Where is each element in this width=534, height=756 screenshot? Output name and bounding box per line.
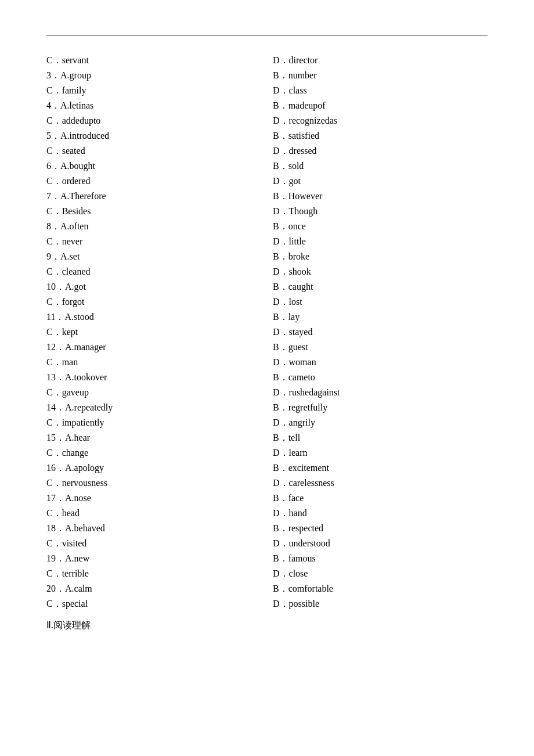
left-item: C．change bbox=[46, 445, 267, 460]
left-item: 14．A.repeatedly bbox=[46, 400, 267, 415]
right-item: D．dressed bbox=[267, 143, 488, 159]
right-item: B．cameto bbox=[267, 370, 488, 385]
left-item: C．impatiently bbox=[46, 415, 267, 430]
right-item: B．lay bbox=[267, 309, 488, 325]
right-text: B．broke bbox=[273, 251, 309, 261]
table-row: 13．A.tookoverB．cameto bbox=[46, 370, 488, 385]
right-text: B．madeupof bbox=[273, 100, 326, 110]
left-text: C．seated bbox=[46, 146, 85, 156]
left-text: C．change bbox=[46, 448, 88, 458]
right-text: D．lost bbox=[273, 297, 302, 307]
right-text: D．possible bbox=[273, 599, 319, 609]
left-text: 18．A.behaved bbox=[46, 523, 105, 533]
left-item: C．terrible bbox=[46, 566, 267, 581]
left-item: 10．A.got bbox=[46, 279, 267, 294]
left-text: 6．A.bought bbox=[46, 161, 95, 171]
table-row: 20．A.calmB．comfortable bbox=[46, 581, 488, 596]
left-item: C．cleaned bbox=[46, 264, 267, 279]
table-row: 6．A.boughtB．sold bbox=[46, 159, 488, 174]
right-text: D．class bbox=[273, 85, 307, 95]
left-text: 20．A.calm bbox=[46, 584, 92, 593]
right-item: D．class bbox=[267, 83, 488, 98]
left-item: C．addedupto bbox=[46, 113, 267, 128]
right-text: B．respected bbox=[273, 523, 323, 533]
table-row: C．manD．woman bbox=[46, 355, 488, 370]
right-text: D．rushedagainst bbox=[273, 387, 340, 397]
left-item: C．never bbox=[46, 234, 267, 249]
right-item: B．guest bbox=[267, 340, 488, 355]
right-item: D．got bbox=[267, 174, 488, 189]
left-text: 8．A.often bbox=[46, 221, 88, 231]
right-item: D．hand bbox=[267, 506, 488, 521]
table-row: C．headD．hand bbox=[46, 506, 488, 521]
right-text: B．comfortable bbox=[273, 584, 333, 593]
table-row: C．impatientlyD．angrily bbox=[46, 415, 488, 430]
right-text: B．excitement bbox=[273, 463, 329, 473]
table-row: 11．A.stoodB．lay bbox=[46, 309, 488, 325]
right-text: D．Though bbox=[273, 206, 317, 216]
left-item: 5．A.introduced bbox=[46, 128, 267, 143]
left-item: 12．A.manager bbox=[46, 340, 267, 355]
right-text: B．once bbox=[273, 221, 306, 231]
table-row: 10．A.gotB．caught bbox=[46, 279, 488, 294]
left-text: 15．A.hear bbox=[46, 433, 90, 442]
left-item: C．gaveup bbox=[46, 385, 267, 400]
right-text: D．shook bbox=[273, 267, 311, 276]
right-text: D．got bbox=[273, 176, 301, 186]
right-item: D．director bbox=[267, 53, 488, 68]
left-text: C．kept bbox=[46, 327, 78, 337]
right-item: B．number bbox=[267, 68, 488, 83]
left-text: 4．A.letinas bbox=[46, 100, 93, 110]
right-item: D．Though bbox=[267, 204, 488, 219]
right-text: B．However bbox=[273, 191, 322, 201]
table-row: C．BesidesD．Though bbox=[46, 204, 488, 219]
left-item: 3．A.group bbox=[46, 68, 267, 83]
right-item: D．rushedagainst bbox=[267, 385, 488, 400]
left-item: C．ordered bbox=[46, 174, 267, 189]
left-text: 5．A.introduced bbox=[46, 131, 109, 141]
table-row: C．familyD．class bbox=[46, 83, 488, 98]
left-item: 6．A.bought bbox=[46, 159, 267, 174]
table-row: 16．A.apologyB．excitement bbox=[46, 460, 488, 476]
right-item: D．learn bbox=[267, 445, 488, 460]
top-divider bbox=[46, 35, 488, 35]
right-text: B．tell bbox=[273, 433, 300, 442]
table-row: 15．A.hearB．tell bbox=[46, 430, 488, 445]
left-text: C．servant bbox=[46, 55, 89, 65]
table-row: 8．A.oftenB．once bbox=[46, 219, 488, 234]
table-row: 7．A.ThereforeB．However bbox=[46, 189, 488, 204]
section-title: Ⅱ.阅读理解 bbox=[46, 616, 488, 635]
table-row: 9．A.setB．broke bbox=[46, 249, 488, 264]
left-text: C．special bbox=[46, 599, 88, 609]
table-row: C．neverD．little bbox=[46, 234, 488, 249]
right-text: D．director bbox=[273, 55, 317, 65]
left-item: 7．A.Therefore bbox=[46, 189, 267, 204]
right-text: B．caught bbox=[273, 282, 313, 291]
left-text: C．nervousness bbox=[46, 478, 107, 488]
left-text: C．family bbox=[46, 85, 86, 95]
table-row: C．terribleD．close bbox=[46, 566, 488, 581]
left-text: 19．A.new bbox=[46, 553, 89, 563]
right-text: D．close bbox=[273, 568, 308, 578]
right-item: B．tell bbox=[267, 430, 488, 445]
left-text: C．man bbox=[46, 357, 78, 367]
left-text: 14．A.repeatedly bbox=[46, 402, 113, 412]
left-item: C．head bbox=[46, 506, 267, 521]
right-text: B．cameto bbox=[273, 372, 315, 382]
right-item: B．comfortable bbox=[267, 581, 488, 596]
left-item: C．nervousness bbox=[46, 476, 267, 491]
table-row: C．orderedD．got bbox=[46, 174, 488, 189]
table-row: 19．A.newB．famous bbox=[46, 551, 488, 566]
table-row: C．forgotD．lost bbox=[46, 294, 488, 309]
left-item: 8．A.often bbox=[46, 219, 267, 234]
right-item: D．recognizedas bbox=[267, 113, 488, 128]
right-item: B．face bbox=[267, 491, 488, 506]
left-text: C．terrible bbox=[46, 568, 89, 578]
right-item: D．woman bbox=[267, 355, 488, 370]
left-item: 15．A.hear bbox=[46, 430, 267, 445]
right-text: B．regretfully bbox=[273, 402, 327, 412]
left-text: 16．A.apology bbox=[46, 463, 104, 473]
left-item: 13．A.tookover bbox=[46, 370, 267, 385]
right-text: B．famous bbox=[273, 553, 316, 563]
left-item: 11．A.stood bbox=[46, 309, 267, 325]
